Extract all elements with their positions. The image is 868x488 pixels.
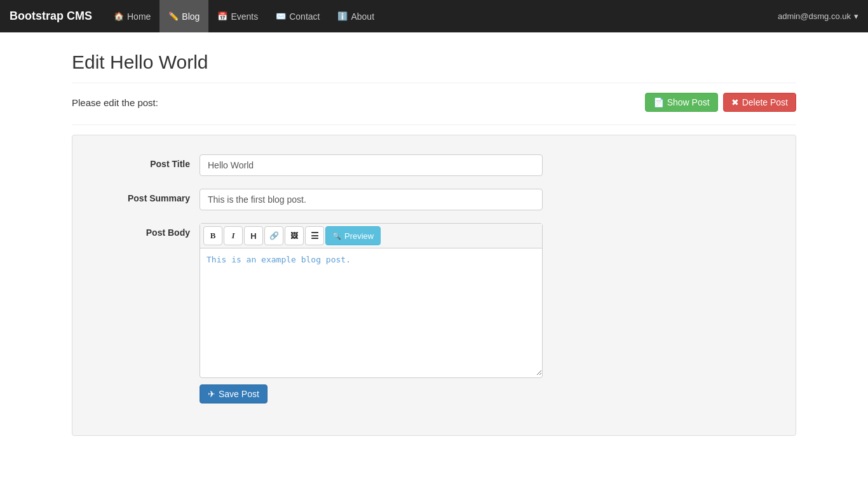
- nav-item-home[interactable]: 🏠 Home: [105, 0, 159, 32]
- title-divider: [72, 83, 796, 83]
- page-title: Edit Hello World: [72, 51, 796, 73]
- search-icon: 🔍: [332, 232, 341, 240]
- action-divider: [72, 125, 796, 125]
- bold-icon: B: [210, 231, 216, 241]
- save-post-label: Save Post: [219, 389, 259, 399]
- preview-button[interactable]: 🔍 Preview: [325, 226, 381, 245]
- action-label: Please edit the post:: [72, 97, 158, 108]
- toolbar-heading-button[interactable]: H: [244, 226, 263, 245]
- show-post-label: Show Post: [667, 97, 710, 107]
- editor-toolbar: B I H 🔗 🖼: [200, 224, 542, 248]
- post-body-label: Post Body: [85, 223, 200, 238]
- show-post-button[interactable]: 📄 Show Post: [645, 93, 718, 112]
- save-row: ✈ Save Post: [200, 378, 543, 403]
- toolbar-bold-button[interactable]: B: [203, 226, 222, 245]
- action-row: Please edit the post: 📄 Show Post ✖ Dele…: [72, 93, 796, 112]
- nav-label-events: Events: [231, 11, 258, 22]
- heading-icon: H: [250, 231, 256, 241]
- user-email: admin@dsmg.co.uk: [778, 11, 851, 21]
- nav-label-blog: Blog: [182, 11, 200, 22]
- post-summary-group: Post Summary: [85, 189, 783, 210]
- nav-item-blog[interactable]: ✏️ Blog: [159, 0, 208, 32]
- nav-label-about: About: [351, 11, 374, 22]
- delete-post-button[interactable]: ✖ Delete Post: [723, 93, 796, 112]
- nav-label-home: Home: [127, 11, 151, 22]
- link-icon: 🔗: [269, 231, 279, 240]
- about-icon: ℹ️: [337, 11, 348, 21]
- toolbar-image-button[interactable]: 🖼: [285, 226, 304, 245]
- toolbar-italic-button[interactable]: I: [224, 226, 243, 245]
- post-title-input[interactable]: [200, 154, 543, 176]
- toolbar-list-button[interactable]: ☰: [305, 226, 324, 245]
- nav-item-about[interactable]: ℹ️ About: [329, 0, 383, 32]
- nav-item-events[interactable]: 📅 Events: [208, 0, 267, 32]
- post-body-wrap: B I H 🔗 🖼: [200, 223, 543, 403]
- post-title-label: Post Title: [85, 154, 200, 169]
- navbar: Bootstrap CMS 🏠 Home ✏️ Blog 📅 Events ✉️…: [0, 0, 868, 32]
- events-icon: 📅: [217, 11, 227, 21]
- action-buttons: 📄 Show Post ✖ Delete Post: [645, 93, 796, 112]
- user-menu[interactable]: admin@dsmg.co.uk ▾: [778, 11, 858, 21]
- main-container: Edit Hello World Please edit the post: 📄…: [62, 51, 806, 436]
- image-icon: 🖼: [290, 231, 298, 240]
- navbar-left: Bootstrap CMS 🏠 Home ✏️ Blog 📅 Events ✉️…: [10, 0, 383, 32]
- post-summary-input[interactable]: [200, 189, 543, 210]
- post-title-wrap: [200, 154, 543, 176]
- send-icon: ✈: [208, 389, 215, 399]
- delete-post-label: Delete Post: [742, 97, 788, 107]
- preview-label: Preview: [344, 231, 374, 241]
- save-post-button[interactable]: ✈ Save Post: [200, 384, 268, 403]
- file-icon: 📄: [653, 97, 664, 107]
- italic-icon: I: [231, 231, 234, 241]
- nav-item-contact[interactable]: ✉️ Contact: [267, 0, 329, 32]
- editor-wrapper: B I H 🔗 🖼: [200, 223, 543, 378]
- blog-icon: ✏️: [168, 11, 179, 21]
- contact-icon: ✉️: [276, 11, 286, 21]
- navbar-brand[interactable]: Bootstrap CMS: [10, 10, 92, 23]
- post-summary-label: Post Summary: [85, 189, 200, 203]
- post-body-group: Post Body B I H 🔗: [85, 223, 783, 403]
- form-panel: Post Title Post Summary Post Body B: [72, 135, 796, 436]
- toolbar-link-button[interactable]: 🔗: [264, 226, 283, 245]
- post-summary-wrap: [200, 189, 543, 210]
- dropdown-chevron-icon: ▾: [854, 11, 858, 21]
- times-icon: ✖: [731, 97, 739, 107]
- post-body-textarea[interactable]: This is an example blog post.: [200, 248, 542, 376]
- nav-label-contact: Contact: [289, 11, 320, 22]
- post-title-group: Post Title: [85, 154, 783, 176]
- home-icon: 🏠: [114, 11, 124, 21]
- list-icon: ☰: [311, 231, 319, 241]
